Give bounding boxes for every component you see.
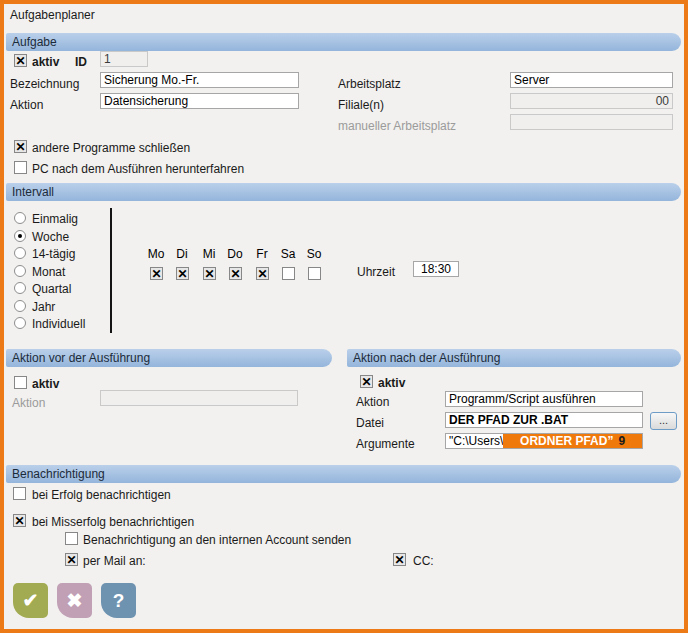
- radio-jahr[interactable]: [14, 300, 26, 312]
- manueller-arbeitsplatz-field: [510, 114, 673, 130]
- uhrzeit-field[interactable]: 18:30: [413, 261, 459, 277]
- intervall-divider: [110, 208, 112, 333]
- radio-monat[interactable]: [14, 265, 26, 277]
- radio-quartal-label: Quartal: [32, 283, 71, 296]
- ok-button[interactable]: ✔: [13, 583, 48, 618]
- radio-quartal[interactable]: [14, 282, 26, 294]
- aktiv-checkbox[interactable]: [14, 54, 27, 67]
- radio-woche[interactable]: [14, 230, 26, 242]
- per-mail-label: per Mail an:: [83, 555, 146, 568]
- bei-misserfolg-label: bei Misserfolg benachrichtigen: [32, 516, 194, 529]
- arbeitsplatz-field[interactable]: Server: [510, 72, 673, 88]
- id-label: ID: [75, 56, 87, 69]
- bei-misserfolg-checkbox[interactable]: [13, 514, 26, 527]
- interner-account-label: Benachrichtigung an den internen Account…: [83, 534, 351, 547]
- andere-programme-label: andere Programme schließen: [32, 142, 190, 155]
- per-mail-checkbox[interactable]: [65, 553, 78, 566]
- radio-einmalig-label: Einmalig: [32, 213, 78, 226]
- argumente-label: Argumente: [356, 438, 415, 451]
- aktion-vor-aktiv-label: aktiv: [32, 378, 59, 391]
- argumente-field[interactable]: "C:\Users\ ORDNER PFAD” 9: [445, 433, 643, 449]
- day-checkbox-sa[interactable]: [282, 267, 295, 280]
- aktion-nach-aktiv-label: aktiv: [378, 377, 405, 390]
- aktion-vor-aktiv-checkbox[interactable]: [14, 376, 27, 389]
- day-label-sa: Sa: [275, 247, 301, 261]
- section-header-aufgabe: Aufgabe: [6, 33, 681, 51]
- argumente-suffix: 9: [618, 434, 625, 448]
- radio-monat-label: Monat: [32, 266, 65, 279]
- aktiv-label: aktiv: [32, 56, 59, 69]
- radio-14-taegig-label: 14-tägig: [32, 248, 75, 261]
- day-checkbox-do[interactable]: [229, 267, 242, 280]
- cc-label: CC:: [413, 555, 434, 568]
- pc-herunterfahren-checkbox[interactable]: [14, 161, 27, 174]
- day-label-do: Do: [222, 247, 248, 261]
- filiale-label: Filiale(n): [338, 99, 384, 112]
- aktion-nach-aktiv-checkbox[interactable]: [360, 375, 373, 388]
- id-field: 1: [100, 51, 148, 67]
- radio-einmalig[interactable]: [14, 212, 26, 224]
- arbeitsplatz-label: Arbeitsplatz: [338, 78, 401, 91]
- section-header-benachrichtigung: Benachrichtigung: [6, 465, 681, 483]
- section-header-aktion-nach: Aktion nach der Ausführung: [347, 349, 681, 367]
- radio-jahr-label: Jahr: [32, 301, 55, 314]
- day-label-so: So: [301, 247, 327, 261]
- interner-account-checkbox[interactable]: [65, 532, 78, 545]
- question-mark-icon: ?: [113, 590, 125, 612]
- day-label-mo: Mo: [143, 247, 169, 261]
- aktion-nach-aktion-label: Aktion: [356, 396, 389, 409]
- aufgabe-aktion-label: Aktion: [10, 99, 43, 112]
- manueller-arbeitsplatz-label: manueller Arbeitsplatz: [338, 120, 456, 133]
- aufgabe-aktion-field[interactable]: Datensicherung: [100, 93, 299, 109]
- aktion-vor-aktion-field: [100, 390, 298, 406]
- bei-erfolg-label: bei Erfolg benachrichtigen: [32, 489, 171, 502]
- argumente-redaction-highlight: ORDNER PFAD” 9: [503, 434, 642, 448]
- pc-herunterfahren-label: PC nach dem Ausführen herunterfahren: [32, 163, 244, 176]
- argumente-redaction-text: ORDNER PFAD”: [520, 434, 613, 448]
- day-label-di: Di: [169, 247, 195, 261]
- day-checkbox-so[interactable]: [308, 267, 321, 280]
- browse-button[interactable]: ...: [650, 412, 677, 430]
- day-checkbox-fr[interactable]: [256, 267, 269, 280]
- andere-programme-checkbox[interactable]: [14, 140, 27, 153]
- argumente-prefix: "C:\Users\: [446, 434, 503, 448]
- aufgabenplaner-window: Aufgabenplaner Aufgabe aktiv ID 1 Bezeic…: [0, 0, 688, 633]
- cc-checkbox[interactable]: [393, 553, 406, 566]
- radio-14-taegig[interactable]: [14, 247, 26, 259]
- bei-erfolg-checkbox[interactable]: [13, 487, 26, 500]
- aktion-nach-aktion-field[interactable]: Programm/Script ausführen: [445, 391, 643, 407]
- bezeichnung-label: Bezeichnung: [10, 78, 79, 91]
- radio-woche-label: Woche: [32, 231, 69, 244]
- radio-individuell-label: Individuell: [32, 318, 85, 331]
- day-checkbox-mi[interactable]: [203, 267, 216, 280]
- checkmark-icon: ✔: [23, 589, 39, 612]
- bezeichnung-field[interactable]: Sicherung Mo.-Fr.: [100, 72, 299, 88]
- datei-field[interactable]: DER PFAD ZUR .BAT: [445, 412, 643, 428]
- datei-label: Datei: [356, 417, 384, 430]
- section-header-intervall: Intervall: [6, 183, 681, 201]
- day-checkbox-mo[interactable]: [150, 267, 163, 280]
- cancel-button[interactable]: ✖: [57, 583, 92, 618]
- uhrzeit-label: Uhrzeit: [357, 266, 395, 279]
- day-label-mi: Mi: [196, 247, 222, 261]
- close-icon: ✖: [67, 589, 83, 612]
- radio-individuell[interactable]: [14, 317, 26, 329]
- help-button[interactable]: ?: [101, 583, 136, 618]
- day-label-fr: Fr: [249, 247, 275, 261]
- aktion-vor-aktion-label: Aktion: [12, 397, 45, 410]
- window-title: Aufgabenplaner: [10, 9, 95, 22]
- section-header-aktion-vor: Aktion vor der Ausführung: [6, 349, 332, 367]
- day-checkbox-di[interactable]: [176, 267, 189, 280]
- filiale-field: 00: [510, 93, 673, 109]
